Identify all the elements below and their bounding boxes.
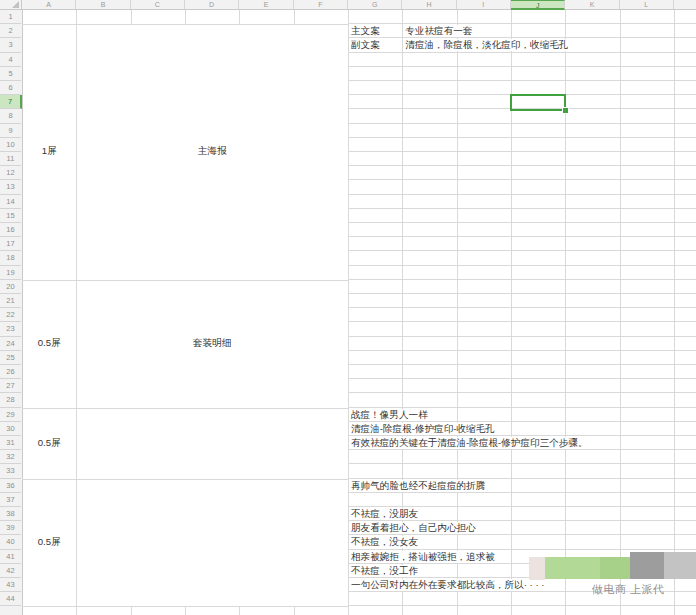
row-header-5[interactable]: 5 (0, 67, 21, 81)
column-header-H[interactable]: H (402, 0, 456, 9)
row-header-9[interactable]: 9 (0, 124, 21, 138)
section-border-4 (22, 606, 348, 607)
cell-G30[interactable]: 清痘油-除痘根-修护痘印-收缩毛孔 (350, 423, 496, 435)
row-header-20[interactable]: 20 (0, 280, 21, 294)
select-all-triangle-icon (12, 1, 19, 8)
cell-G2[interactable]: 主文案 (350, 25, 381, 37)
cell-H2[interactable]: 专业祛痘有一套 (404, 25, 473, 37)
mosaic-block-gray-light (664, 552, 696, 579)
merged-cell-B2-F19[interactable]: 主海报 (76, 24, 348, 280)
cell-G38[interactable]: 不祛痘，没朋友 (350, 508, 419, 520)
merged-cell-B20-F28[interactable]: 套装明细 (76, 280, 348, 408)
gridline-col-L (620, 10, 621, 615)
row-header-27[interactable]: 27 (0, 379, 21, 393)
cell-G42[interactable]: 不祛痘，没工作 (350, 565, 419, 577)
cell-G31[interactable]: 有效祛痘的关键在于清痘油-除痘根-修护痘印三个步骤。 (350, 437, 589, 449)
gridline-row1-col-E (239, 10, 240, 24)
row-header-17[interactable]: 17 (0, 237, 21, 251)
cell-G29[interactable]: 战痘！像男人一样 (350, 409, 429, 421)
gridline-bottomrow-col-E (239, 606, 240, 615)
row-header-16[interactable]: 16 (0, 223, 21, 237)
row-header-28[interactable]: 28 (0, 393, 21, 407)
row-header-40[interactable]: 40 (0, 535, 21, 549)
merged-cell-A20-A28[interactable]: 0.5屏 (22, 280, 76, 408)
row-header-11[interactable]: 11 (0, 152, 21, 166)
mosaic-block-pink (529, 557, 545, 580)
row-header-43[interactable]: 43 (0, 578, 21, 592)
gridline-bottomrow-col-D (185, 606, 186, 615)
row-header-3[interactable]: 3 (0, 38, 21, 52)
column-header-A[interactable]: A (22, 0, 76, 9)
column-header-I[interactable]: I (457, 0, 511, 9)
cell-G43[interactable]: 一句公司对内在外在要求都比较高，所以· · · · (350, 579, 545, 591)
gridline-bottomrow-col-F (294, 606, 295, 615)
row-header-6[interactable]: 6 (0, 81, 21, 95)
row-header-1[interactable]: 1 (0, 10, 21, 24)
row-header-7[interactable]: 7 (0, 95, 22, 109)
gridline-col-G (348, 10, 349, 615)
row-header-30[interactable]: 30 (0, 422, 21, 436)
column-header-G[interactable]: G (348, 0, 402, 9)
cell-H3[interactable]: 清痘油，除痘根，淡化痘印，收缩毛孔 (404, 39, 569, 51)
row-header-18[interactable]: 18 (0, 251, 21, 265)
cell-G41[interactable]: 相亲被婉拒，搭讪被强拒，追求被 (350, 551, 496, 563)
row-header-42[interactable]: 42 (0, 564, 21, 578)
row-header-26[interactable]: 26 (0, 365, 21, 379)
row-header-column: 1234567891011121314151617181920212223242… (0, 10, 22, 615)
row-header-22[interactable]: 22 (0, 308, 21, 322)
merged-cell-A29-A33[interactable]: 0.5屏 (22, 408, 76, 479)
column-header-E[interactable]: E (239, 0, 293, 9)
mosaic-block-green-2 (600, 557, 630, 579)
row-header-14[interactable]: 14 (0, 195, 21, 209)
row-header-33[interactable]: 33 (0, 464, 21, 478)
row-header-32[interactable]: 32 (0, 450, 21, 464)
row-header-41[interactable]: 41 (0, 550, 21, 564)
gridline-bottomrow-col-C (131, 606, 132, 615)
row-header-38[interactable]: 38 (0, 507, 21, 521)
column-header-L[interactable]: L (620, 0, 674, 9)
gridline-col-M (674, 10, 675, 615)
cell-G36[interactable]: 再帅气的脸也经不起痘痘的折腾 (350, 480, 486, 492)
row-header-37[interactable]: 37 (0, 493, 21, 507)
row-header-2[interactable]: 2 (0, 24, 21, 38)
row-header-4[interactable]: 4 (0, 53, 21, 67)
column-header-row: ABCDEFGHIJKL (0, 0, 696, 10)
row-header-15[interactable]: 15 (0, 209, 21, 223)
row-header-13[interactable]: 13 (0, 180, 21, 194)
row-header-10[interactable]: 10 (0, 138, 21, 152)
column-header-J[interactable]: J (511, 0, 565, 10)
row-header-12[interactable]: 12 (0, 166, 21, 180)
row-header-23[interactable]: 23 (0, 322, 21, 336)
fill-handle[interactable] (562, 107, 569, 114)
merged-cell-A2-A19[interactable]: 1屏 (22, 24, 76, 280)
mosaic-block-gray (630, 552, 664, 579)
row-header-21[interactable]: 21 (0, 294, 21, 308)
row-header-44[interactable]: 44 (0, 592, 21, 606)
column-header-F[interactable]: F (294, 0, 348, 9)
column-header-C[interactable]: C (131, 0, 185, 9)
row-header-36[interactable]: 36 (0, 479, 21, 493)
row-header-8[interactable]: 8 (0, 109, 21, 123)
row-header-29[interactable]: 29 (0, 408, 21, 422)
gridline-row1-col-C (131, 10, 132, 24)
column-header-K[interactable]: K (565, 0, 619, 9)
select-all-corner[interactable] (0, 0, 22, 9)
row-header-24[interactable]: 24 (0, 337, 21, 351)
row-header-31[interactable]: 31 (0, 436, 21, 450)
watermark-text: 做电商 上派代 (592, 582, 696, 597)
cell-G3[interactable]: 副文案 (350, 39, 381, 51)
merged-cell-A36-A44[interactable]: 0.5屏 (22, 479, 76, 607)
mosaic-block-green (545, 557, 600, 579)
cell-G40[interactable]: 不祛痘，没女友 (350, 536, 419, 548)
spreadsheet: ABCDEFGHIJKL 123456789101112131415161718… (0, 0, 696, 615)
cell-G39[interactable]: 朋友看着担心，自己内心担心 (350, 522, 477, 534)
active-cell[interactable] (510, 94, 566, 111)
column-header-B[interactable]: B (76, 0, 130, 9)
row-header-39[interactable]: 39 (0, 521, 21, 535)
row-header-19[interactable]: 19 (0, 266, 21, 280)
row-header-25[interactable]: 25 (0, 351, 21, 365)
gridline-row1-col-F (294, 10, 295, 24)
gridline-row1-col-D (185, 10, 186, 24)
column-header-D[interactable]: D (185, 0, 239, 9)
